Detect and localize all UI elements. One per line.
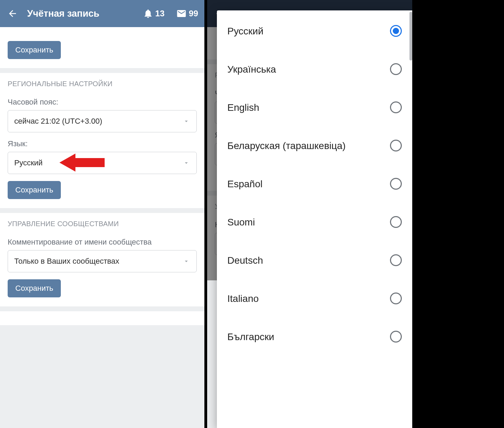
language-option[interactable]: Suomi [217, 203, 412, 241]
messages-button[interactable]: 99 [176, 8, 198, 19]
notifications-button[interactable]: 13 [143, 8, 165, 19]
back-icon[interactable] [6, 7, 19, 20]
language-modal: РусскийУкраїнськаEnglishБеларуская (тара… [217, 10, 412, 428]
section-heading-regional: РЕГИОНАЛЬНЫЕ НАСТРОЙКИ [8, 80, 197, 88]
language-option[interactable]: Українська [217, 50, 412, 88]
radio-icon [390, 331, 402, 343]
save-button[interactable]: Сохранить [8, 279, 61, 297]
radio-icon [390, 140, 402, 151]
language-option[interactable]: English [217, 88, 412, 126]
language-option[interactable]: Русский [217, 12, 412, 50]
timezone-value: сейчас 21:02 (UTC+3.00) [14, 117, 102, 126]
language-option[interactable]: Беларуская (тарашкевіца) [217, 126, 412, 165]
language-option[interactable]: Deutsch [217, 241, 412, 279]
community-comment-label: Комментирование от имени сообщества [8, 238, 197, 247]
save-section-top: Сохранить [0, 27, 204, 68]
chevron-down-icon [182, 159, 190, 167]
page-title: Учётная запись [27, 8, 143, 19]
language-option-label: Български [227, 331, 274, 343]
radio-icon [390, 63, 402, 75]
radio-icon [390, 216, 402, 228]
language-option-label: Suomi [227, 216, 255, 228]
save-button[interactable]: Сохранить [8, 41, 61, 59]
svg-marker-0 [59, 154, 105, 172]
language-option-label: Italiano [227, 293, 259, 305]
timezone-label: Часовой пояс: [8, 98, 197, 107]
community-settings-section: УПРАВЛЕНИЕ СООБЩЕСТВАМИ Комментирование … [0, 213, 204, 306]
language-picker-screen: 99 РЕГИОНАЛЬНЫЕ НАСТРОЙКИ Ча Яз У К Русс… [207, 0, 412, 428]
bottom-slice [0, 311, 204, 325]
community-comment-value: Только в Ваших сообществах [14, 257, 119, 266]
language-option-label: English [227, 101, 259, 114]
language-option-label: Deutsch [227, 254, 263, 266]
settings-screen: Учётная запись 13 99 Сохранить РЕГИОНАЛЬ… [0, 0, 207, 428]
language-option[interactable]: Български [217, 318, 412, 356]
attention-arrow-icon [59, 152, 105, 173]
language-option[interactable]: Español [217, 165, 412, 203]
language-option-list: РусскийУкраїнськаEnglishБеларуская (тара… [217, 12, 412, 356]
community-comment-select[interactable]: Только в Ваших сообществах [8, 250, 197, 272]
language-option-label: Español [227, 178, 262, 190]
radio-icon [390, 293, 402, 304]
language-option-label: Русский [227, 25, 263, 37]
language-option-label: Українська [227, 63, 276, 75]
chevron-down-icon [182, 257, 190, 265]
language-option[interactable]: Italiano [217, 279, 412, 318]
language-value: Русский [14, 158, 43, 167]
timezone-select[interactable]: сейчас 21:02 (UTC+3.00) [8, 110, 197, 132]
notification-count: 13 [155, 9, 165, 18]
radio-icon [390, 101, 402, 113]
language-select[interactable]: Русский [8, 152, 197, 174]
radio-icon [390, 178, 402, 190]
chevron-down-icon [182, 117, 190, 125]
radio-icon [390, 25, 402, 37]
regional-settings-section: РЕГИОНАЛЬНЫЕ НАСТРОЙКИ Часовой пояс: сей… [0, 73, 204, 208]
section-heading-communities: УПРАВЛЕНИЕ СООБЩЕСТВАМИ [8, 220, 197, 228]
scrollbar[interactable] [409, 12, 412, 60]
app-header: Учётная запись 13 99 [0, 0, 204, 27]
save-button[interactable]: Сохранить [8, 181, 61, 199]
radio-icon [390, 254, 402, 266]
language-option-label: Беларуская (тарашкевіца) [227, 140, 346, 152]
language-label: Язык: [8, 139, 197, 148]
messages-count: 99 [189, 9, 198, 18]
